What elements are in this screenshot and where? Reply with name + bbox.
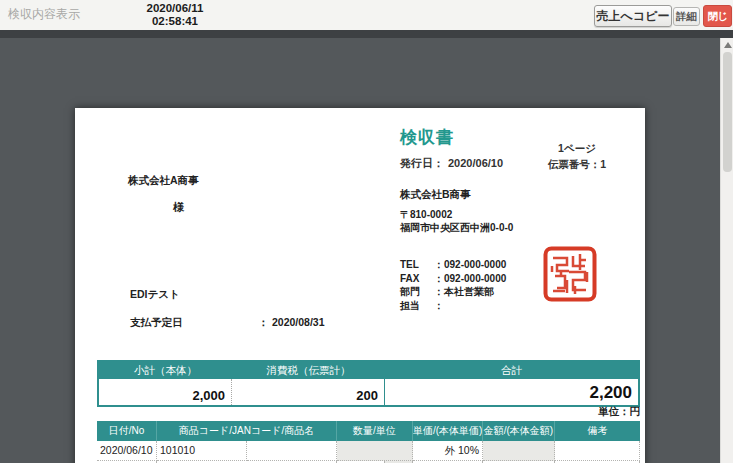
summary-subtotal-value: 2,000 bbox=[99, 379, 232, 405]
item-row1-tax-note: 外 10% bbox=[413, 441, 483, 461]
scroll-up-arrow-icon[interactable] bbox=[724, 42, 732, 48]
close-button[interactable]: 閉じる bbox=[703, 5, 732, 27]
items-header-product: 商品コード/JANコード/商品名 bbox=[157, 421, 337, 441]
timestamp: 2020/06/11 02:58:41 bbox=[120, 2, 230, 28]
summary-table: 小計（本体） 消費税（伝票計） 合計 2,000 200 2,200 bbox=[97, 360, 640, 407]
payment-due-value: 2020/08/31 bbox=[272, 316, 325, 328]
top-toolbar: 検収内容表示 2020/06/11 02:58:41 売上へコピー 詳細 閉じる bbox=[0, 0, 733, 30]
company-seal-stamp-icon bbox=[543, 246, 597, 302]
timestamp-time: 02:58:41 bbox=[120, 15, 230, 28]
issue-date-label: 発行日： bbox=[400, 157, 444, 169]
item-row1-jan-code bbox=[247, 441, 337, 461]
item-row1-qty-cell bbox=[337, 441, 413, 461]
document-viewer: 検収書 発行日：2020/06/10 1ページ 伝票番号：1 株式会社A商事 様… bbox=[0, 38, 720, 463]
issue-date-row: 発行日：2020/06/10 bbox=[400, 156, 503, 171]
document-page: 検収書 発行日：2020/06/10 1ページ 伝票番号：1 株式会社A商事 様… bbox=[75, 108, 645, 463]
page-info: 1ページ 伝票番号：1 bbox=[527, 140, 627, 172]
tel-value: 092-000-0000 bbox=[444, 259, 506, 270]
items-header-unit-price: 単価/(本体単価) bbox=[413, 421, 483, 441]
item-row1-product-code: 101010 bbox=[157, 441, 247, 461]
items-header-remarks: 備考 bbox=[555, 421, 640, 441]
summary-tax-value: 200 bbox=[232, 379, 385, 405]
department-value: 本社営業部 bbox=[444, 286, 494, 297]
summary-header-tax: 消費税（伝票計） bbox=[232, 362, 385, 379]
item-row1-date: 2020/06/10 bbox=[97, 441, 157, 461]
detail-button[interactable]: 詳細 bbox=[673, 7, 700, 26]
payment-due-label: 支払予定日 bbox=[130, 316, 258, 330]
note-text: EDIテスト bbox=[130, 288, 180, 302]
payment-due-row: 支払予定日：2020/08/31 bbox=[130, 316, 325, 330]
items-header-date: 日付/No bbox=[97, 421, 157, 441]
issuer-address: 福岡市中央区西中洲0-0-0 bbox=[400, 221, 513, 235]
toolbar-shadow-strip bbox=[0, 30, 733, 38]
document-title: 検収書 bbox=[400, 126, 454, 149]
customer-name: 株式会社A商事 bbox=[128, 174, 199, 188]
item-row1-amount-cell bbox=[483, 441, 555, 461]
honorific: 様 bbox=[173, 200, 184, 215]
summary-header-subtotal: 小計（本体） bbox=[99, 362, 232, 379]
unit-label: 単位：円 bbox=[97, 405, 640, 419]
slip-number-value: 1 bbox=[600, 158, 606, 170]
vertical-scrollbar[interactable] bbox=[720, 38, 733, 463]
fax-value: 092-000-0000 bbox=[444, 273, 506, 284]
slip-number-label: 伝票番号： bbox=[548, 158, 601, 170]
issue-date-value: 2020/06/10 bbox=[448, 157, 503, 169]
view-mode-label: 検収内容表示 bbox=[8, 6, 80, 23]
tel-row: TEL：092-000-0000 bbox=[400, 258, 506, 272]
fax-row: FAX：092-000-0000 bbox=[400, 272, 506, 286]
summary-total-value: 2,200 bbox=[385, 379, 638, 405]
summary-header-total: 合計 bbox=[385, 362, 638, 379]
department-row: 部門：本社営業部 bbox=[400, 285, 506, 299]
issuer-postal-code: 〒810-0002 bbox=[400, 208, 452, 222]
summary-table-values: 2,000 200 2,200 bbox=[99, 379, 638, 405]
item-row1-remarks bbox=[555, 441, 640, 461]
issuer-contact-block: TEL：092-000-0000 FAX：092-000-0000 部門：本社営… bbox=[400, 258, 506, 312]
contact-person-row: 担当： bbox=[400, 299, 506, 313]
items-header-amount: 金額/(本体金額) bbox=[483, 421, 555, 441]
items-header-qty: 数量/単位 bbox=[337, 421, 413, 441]
timestamp-date: 2020/06/11 bbox=[120, 2, 230, 15]
issuer-name: 株式会社B商事 bbox=[400, 188, 471, 202]
items-table: 日付/No 商品コード/JANコード/商品名 数量/単位 単価/(本体単価) 金… bbox=[97, 421, 640, 463]
page-indicator: 1ページ bbox=[527, 140, 627, 156]
scrollbar-thumb[interactable] bbox=[723, 52, 732, 172]
summary-table-header: 小計（本体） 消費税（伝票計） 合計 bbox=[99, 362, 638, 379]
copy-to-sales-button[interactable]: 売上へコピー bbox=[594, 5, 672, 27]
